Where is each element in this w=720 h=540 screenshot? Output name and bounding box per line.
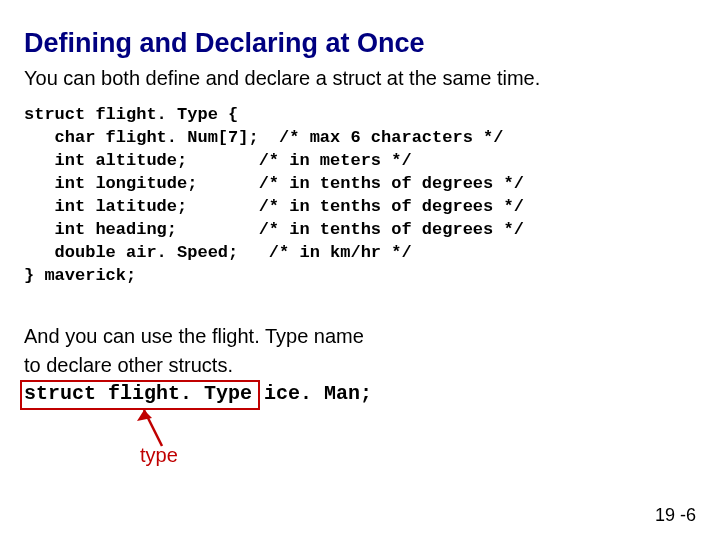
page-number: 19 -6 — [655, 505, 696, 526]
body-text-2: to declare other structs. — [24, 353, 696, 378]
code-line: int latitude; /* in tenths of degrees */ — [24, 197, 524, 216]
code-line: struct flight. Type { — [24, 105, 238, 124]
svg-line-0 — [144, 410, 162, 446]
body-text-1: And you can use the flight. Type name — [24, 324, 696, 349]
subtitle-text: You can both define and declare a struct… — [24, 67, 696, 90]
svg-marker-1 — [137, 410, 152, 421]
code-line: int altitude; /* in meters */ — [24, 151, 412, 170]
declaration-code: struct flight. Type ice. Man; — [24, 382, 372, 405]
type-label: type — [140, 444, 178, 467]
code-line: char flight. Num[7]; /* max 6 characters… — [24, 128, 503, 147]
code-line: int heading; /* in tenths of degrees */ — [24, 220, 524, 239]
code-block: struct flight. Type { char flight. Num[7… — [24, 104, 696, 288]
code-line: int longitude; /* in tenths of degrees *… — [24, 174, 524, 193]
code-line: double air. Speed; /* in km/hr */ — [24, 243, 412, 262]
page-title: Defining and Declaring at Once — [24, 28, 696, 59]
code-line: } maverick; — [24, 266, 136, 285]
arrow-icon — [134, 406, 174, 446]
declaration-wrap: struct flight. Type ice. Man; type — [24, 382, 372, 405]
